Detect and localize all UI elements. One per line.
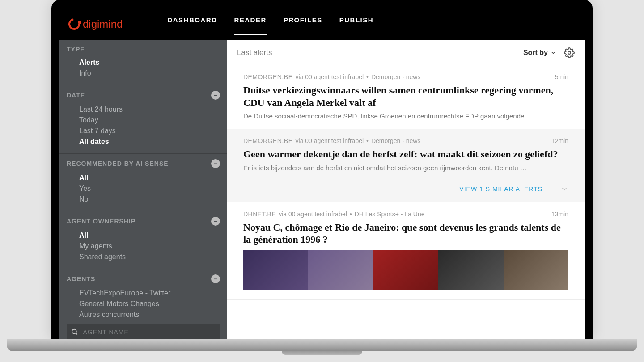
article-excerpt: Er is iets bijzonders aan de herfst en n… (243, 164, 568, 172)
sort-dropdown[interactable]: Sort by (523, 49, 556, 57)
section-title: DATE (67, 92, 85, 99)
collapse-icon[interactable]: − (211, 217, 220, 226)
article-via: via 00 agent test infrabel (296, 73, 364, 80)
section-date: DATE − Last 24 hours Today Last 7 days A… (59, 85, 227, 154)
laptop-notch (282, 351, 362, 355)
chevron-down-icon (551, 50, 556, 55)
nav-publish[interactable]: PUBLISH (339, 16, 373, 33)
article-card[interactable]: DEMORGEN.BE via 00 agent test infrabel •… (227, 129, 585, 202)
search-icon (71, 328, 79, 336)
laptop-frame: digimind DASHBOARD READER PROFILES PUBLI… (51, 0, 593, 339)
article-timestamp: 12min (551, 137, 568, 144)
article-list: DEMORGEN.BE via 00 agent test infrabel •… (227, 65, 585, 339)
section-title: RECOMMENDED BY AI SENSE (67, 160, 169, 167)
svg-point-2 (568, 51, 571, 54)
article-source: DHNET.BE (243, 210, 276, 218)
svg-point-0 (72, 329, 76, 334)
top-nav: digimind DASHBOARD READER PROFILES PUBLI… (59, 8, 585, 40)
section-ownership: AGENT OWNERSHIP − All My agents Shared a… (59, 211, 227, 269)
article-meta: DEMORGEN.BE via 00 agent test infrabel •… (243, 137, 568, 144)
filter-date-24h[interactable]: Last 24 hours (67, 104, 220, 115)
filter-date-7days[interactable]: Last 7 days (67, 126, 220, 136)
image-placeholder (308, 250, 373, 290)
sort-label: Sort by (523, 49, 548, 57)
nav-reader[interactable]: READER (234, 16, 266, 33)
collapse-icon[interactable]: − (211, 159, 220, 168)
app-screen: digimind DASHBOARD READER PROFILES PUBLI… (59, 8, 585, 339)
page-title: Last alerts (237, 48, 272, 57)
body-area: TYPE Alerts Info DATE − Last 24 hours To… (59, 40, 585, 339)
section-header-ownership: AGENT OWNERSHIP − (67, 217, 220, 226)
article-meta: DEMORGEN.BE via 00 agent test infrabel •… (243, 73, 568, 80)
article-category: DH Les Sports+ - La Une (355, 210, 425, 218)
section-header-ai: RECOMMENDED BY AI SENSE − (67, 159, 220, 168)
section-title: AGENT OWNERSHIP (67, 218, 136, 225)
article-title: Duitse verkiezingswinnaars willen samen … (243, 84, 568, 109)
article-via: via 00 agent test infrabel (279, 210, 347, 218)
article-card[interactable]: DEMORGEN.BE via 00 agent test infrabel •… (227, 65, 585, 129)
article-timestamp: 13min (551, 210, 568, 218)
filter-date-all[interactable]: All dates (67, 136, 220, 147)
svg-line-1 (76, 333, 77, 334)
agent-item-gm[interactable]: General Motors Changes (67, 299, 220, 309)
image-placeholder (504, 250, 568, 290)
section-type: TYPE Alerts Info (59, 40, 227, 85)
agent-search (67, 324, 220, 339)
laptop-base (7, 339, 637, 351)
section-header-agents: AGENTS − (67, 274, 220, 283)
image-placeholder (438, 250, 503, 290)
article-timestamp: 5min (555, 73, 568, 80)
separator-dot: • (366, 137, 369, 144)
article-image (243, 250, 568, 290)
article-category: Demorgen - news (371, 137, 421, 144)
article-meta: DHNET.BE via 00 agent test infrabel • DH… (243, 210, 568, 218)
image-placeholder (373, 250, 438, 290)
sidebar: TYPE Alerts Info DATE − Last 24 hours To… (59, 40, 227, 339)
chevron-down-icon[interactable] (560, 185, 568, 193)
image-placeholder (243, 250, 308, 290)
article-category: Demorgen - news (371, 73, 421, 80)
brand-logo[interactable]: digimind (68, 18, 123, 30)
article-title: Geen warmer dekentje dan de herfst zelf:… (243, 148, 568, 160)
filter-ownership-shared[interactable]: Shared agents (67, 252, 220, 262)
section-agents: AGENTS − EVTechExpoEurope - Twitter Gene… (59, 269, 227, 339)
article-excerpt: De Duitse sociaal-democratische SPD, lin… (243, 112, 568, 120)
collapse-icon[interactable]: − (211, 91, 220, 100)
section-title: TYPE (67, 46, 85, 53)
agent-item-autres[interactable]: Autres concurrents (67, 309, 220, 320)
filter-ownership-all[interactable]: All (67, 230, 220, 241)
agent-search-input[interactable] (83, 328, 216, 336)
separator-dot: • (350, 210, 352, 218)
brand-name: digimind (83, 18, 123, 30)
filter-type-alerts[interactable]: Alerts (67, 57, 220, 68)
gear-icon[interactable] (564, 47, 575, 58)
article-via: via 00 agent test infrabel (296, 137, 364, 144)
view-similar-link[interactable]: VIEW 1 SIMILAR ALERTS (459, 185, 542, 193)
article-card[interactable]: DHNET.BE via 00 agent test infrabel • DH… (227, 202, 585, 300)
filter-ownership-my[interactable]: My agents (67, 241, 220, 252)
main-header: Last alerts Sort by (227, 40, 585, 65)
filter-ai-no[interactable]: No (67, 194, 220, 205)
logo-icon (66, 16, 82, 32)
article-source: DEMORGEN.BE (243, 137, 293, 144)
collapse-icon[interactable]: − (211, 274, 220, 283)
section-header-type: TYPE (67, 46, 220, 53)
nav-dashboard[interactable]: DASHBOARD (167, 16, 217, 33)
header-actions: Sort by (523, 47, 575, 58)
filter-type-info[interactable]: Info (67, 68, 220, 79)
section-ai: RECOMMENDED BY AI SENSE − All Yes No (59, 154, 227, 211)
section-title: AGENTS (67, 275, 95, 282)
article-title: Noyau C, chômage et Rio de Janeiro: que … (243, 221, 568, 246)
section-header-date: DATE − (67, 91, 220, 100)
filter-date-today[interactable]: Today (67, 115, 220, 126)
filter-ai-yes[interactable]: Yes (67, 183, 220, 194)
nav-profiles[interactable]: PROFILES (284, 16, 322, 33)
article-source: DEMORGEN.BE (243, 73, 293, 80)
similar-row: VIEW 1 SIMILAR ALERTS (243, 185, 568, 193)
filter-ai-all[interactable]: All (67, 173, 220, 183)
nav-links: DASHBOARD READER PROFILES PUBLISH (167, 16, 373, 33)
agent-item-evtech[interactable]: EVTechExpoEurope - Twitter (67, 288, 220, 299)
separator-dot: • (366, 73, 369, 80)
main-content: Last alerts Sort by (227, 40, 585, 339)
